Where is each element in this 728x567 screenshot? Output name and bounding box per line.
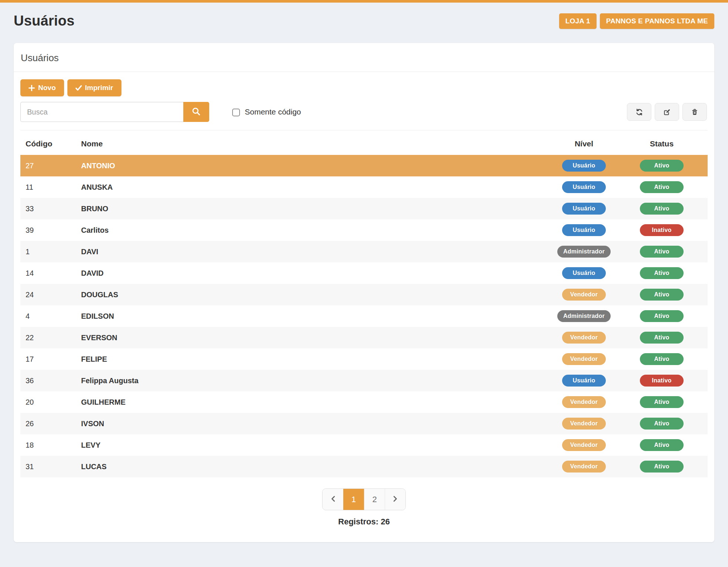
user-name: FELIPE [76, 348, 552, 370]
only-code-label[interactable]: Somente código [245, 107, 301, 116]
pagination: 12 [322, 488, 406, 510]
user-name: BRUNO [76, 198, 552, 219]
user-name: Carlitos [76, 219, 552, 241]
user-name: GUILHERME [76, 391, 552, 413]
level-badge: Vendedor [562, 439, 606, 451]
action-row: Novo Imprimir [20, 79, 708, 96]
table-row[interactable]: 18 LEVY Vendedor Ativo [20, 434, 708, 456]
table-row[interactable]: 11 ANUSKA Usuário Ativo [20, 176, 708, 198]
user-code: 22 [20, 327, 76, 348]
level-badge: Usuário [562, 224, 606, 236]
level-badge: Usuário [562, 203, 606, 215]
status-badge: Ativo [640, 310, 684, 322]
edit-button[interactable] [655, 103, 679, 121]
print-button[interactable]: Imprimir [67, 79, 121, 96]
store-badge-button[interactable]: LOJA 1 [559, 13, 597, 29]
level-badge: Vendedor [562, 396, 606, 408]
user-name: DAVI [76, 241, 552, 262]
edit-icon [664, 109, 671, 116]
table-row[interactable]: 33 BRUNO Usuário Ativo [20, 198, 708, 219]
table-row[interactable]: 17 FELIPE Vendedor Ativo [20, 348, 708, 370]
refresh-icon [636, 109, 643, 116]
print-button-label: Imprimir [85, 84, 113, 92]
card-title: Usuários [14, 43, 714, 72]
table-row[interactable]: 24 DOUGLAS Vendedor Ativo [20, 284, 708, 305]
table-row[interactable]: 22 EVERSON Vendedor Ativo [20, 327, 708, 348]
users-table: Código Nome Nível Status 27 ANTONIO Usuá… [20, 131, 708, 477]
status-badge: Ativo [640, 160, 684, 172]
user-code: 1 [20, 241, 76, 262]
table-header-row: Código Nome Nível Status [20, 131, 708, 155]
status-badge: Ativo [640, 461, 684, 472]
level-badge: Administrador [557, 310, 611, 322]
delete-button[interactable] [682, 103, 707, 121]
icon-button-group [627, 103, 707, 121]
search-button[interactable] [183, 102, 209, 122]
check-icon [76, 85, 82, 91]
user-code: 11 [20, 176, 76, 198]
user-name: LUCAS [76, 456, 552, 477]
status-badge: Ativo [640, 439, 684, 451]
user-name: IVSON [76, 413, 552, 434]
column-header-status: Status [615, 131, 708, 155]
user-code: 20 [20, 391, 76, 413]
user-name: ANUSKA [76, 176, 552, 198]
level-badge: Vendedor [562, 418, 606, 430]
user-code: 24 [20, 284, 76, 305]
chevron-right-icon [393, 495, 398, 504]
user-name: DAVID [76, 262, 552, 284]
new-button[interactable]: Novo [20, 79, 64, 96]
user-name: LEVY [76, 434, 552, 456]
table-row[interactable]: 26 IVSON Vendedor Ativo [20, 413, 708, 434]
level-badge: Administrador [557, 246, 611, 258]
table-row[interactable]: 36 Felippa Augusta Usuário Inativo [20, 370, 708, 391]
top-accent-bar [0, 0, 728, 3]
user-name: EDILSON [76, 305, 552, 327]
status-badge: Ativo [640, 418, 684, 430]
refresh-button[interactable] [627, 103, 651, 121]
table-row[interactable]: 31 LUCAS Vendedor Ativo [20, 456, 708, 477]
table-row[interactable]: 20 GUILHERME Vendedor Ativo [20, 391, 708, 413]
user-code: 33 [20, 198, 76, 219]
level-badge: Usuário [562, 160, 606, 172]
search-input[interactable] [20, 102, 183, 122]
plus-icon [29, 85, 35, 91]
level-badge: Vendedor [562, 332, 606, 344]
user-name: ANTONIO [76, 155, 552, 176]
user-code: 26 [20, 413, 76, 434]
user-name: DOUGLAS [76, 284, 552, 305]
status-badge: Ativo [640, 332, 684, 344]
company-badge-button[interactable]: PANNOS E PANNOS LTDA ME [600, 13, 714, 29]
user-code: 18 [20, 434, 76, 456]
table-row[interactable]: 1 DAVI Administrador Ativo [20, 241, 708, 262]
user-code: 17 [20, 348, 76, 370]
search-row: Somente código [20, 102, 708, 122]
status-badge: Ativo [640, 353, 684, 365]
status-badge: Ativo [640, 181, 684, 193]
only-code-checkbox[interactable] [232, 109, 240, 116]
level-badge: Vendedor [562, 461, 606, 472]
next-page-button[interactable] [385, 489, 405, 510]
search-input-group [20, 102, 209, 122]
user-code: 14 [20, 262, 76, 284]
toolbar-divider [20, 130, 708, 130]
table-row[interactable]: 27 ANTONIO Usuário Ativo [20, 155, 708, 176]
records-count: Registros: 26 [338, 517, 390, 527]
new-button-label: Novo [38, 84, 56, 92]
level-badge: Usuário [562, 267, 606, 279]
status-badge: Ativo [640, 267, 684, 279]
level-badge: Vendedor [562, 289, 606, 301]
search-icon [192, 107, 201, 117]
table-row[interactable]: 4 EDILSON Administrador Ativo [20, 305, 708, 327]
user-name: EVERSON [76, 327, 552, 348]
level-badge: Usuário [562, 375, 606, 387]
pagination-wrap: 12 Registros: 26 [20, 488, 708, 527]
table-row[interactable]: 14 DAVID Usuário Ativo [20, 262, 708, 284]
card-body: Novo Imprimir Somente código [14, 72, 714, 527]
user-code: 39 [20, 219, 76, 241]
page-button-2[interactable]: 2 [364, 489, 385, 510]
page-button-1[interactable]: 1 [343, 489, 364, 510]
status-badge: Ativo [640, 246, 684, 258]
table-row[interactable]: 39 Carlitos Usuário Inativo [20, 219, 708, 241]
previous-page-button[interactable] [323, 489, 343, 510]
